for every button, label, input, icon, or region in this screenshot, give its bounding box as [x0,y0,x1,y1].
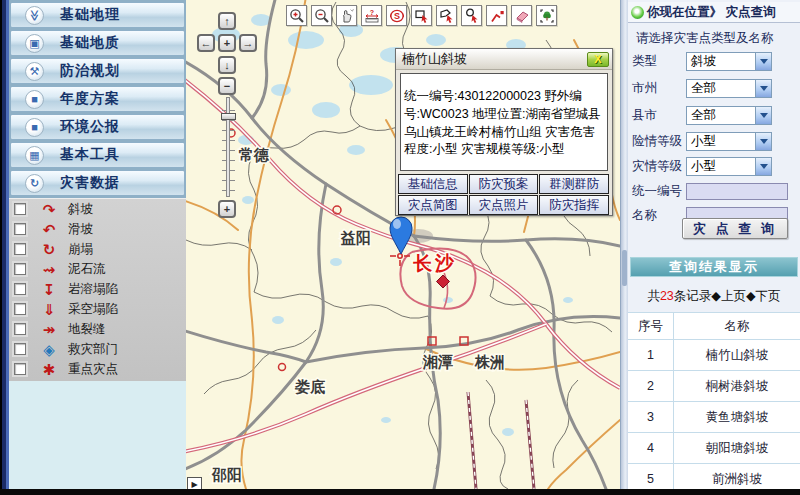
popup-title: 楠竹山斜坡 [402,50,467,68]
query-button[interactable]: 灾 点 查 询 [682,218,788,239]
disaster-level-label: 灾情等级 [632,158,686,175]
chevron-down-icon [755,80,771,97]
pan-down-button[interactable]: ↓ [218,56,236,74]
document-icon: ■ [25,118,44,137]
sidebar-item-environment-bulletin[interactable]: ■ 环境公报 [10,114,185,140]
layer-row-collapse[interactable]: ↻ 崩塌 [9,239,186,259]
city-label-xiangtan: 湘潭 [422,353,453,370]
layer-row-karst-collapse[interactable]: ↧ 岩溶塌陷 [9,279,186,299]
form-title: 请选择灾害点类型及名称 [636,30,774,47]
polygon-select-button[interactable] [436,5,457,26]
scale-icon: S [389,8,405,24]
prevention-command-button[interactable]: 防灾指挥 [539,195,609,215]
layer-list: ↷ 斜坡 ↶ 滑坡 ↻ 崩塌 ⇝ 泥石流 ↧ 岩溶塌陷 [9,198,186,381]
sidebar-item-disaster-data[interactable]: ↻ 灾害数据 [10,170,185,196]
city-label-zhuzhou: 株洲 [474,353,505,370]
sidebar-item-prevention-planning[interactable]: ⚒ 防治规划 [10,58,185,84]
close-icon[interactable]: X [587,52,609,67]
risk-level-label: 险情等级 [632,133,686,150]
map-canvas[interactable]: 常德 益阳 长沙 湘潭 株洲 娄底 邵阳 ? S [186,0,620,489]
monitor-icon: ▣ [25,34,44,53]
pan-right-button[interactable]: → [239,34,257,52]
table-row[interactable]: 2 桐树港斜坡 [628,370,800,401]
record-count: 23 [660,289,674,303]
mining-collapse-checkbox[interactable] [14,303,26,315]
collapse-checkbox[interactable] [14,243,26,255]
layer-row-debris-flow[interactable]: ⇝ 泥石流 [9,259,186,279]
eraser-button[interactable] [511,5,532,26]
left-sidebar: ≫ 基础地理 ▣ 基础地质 ⚒ 防治规划 ■ 年度方案 ■ 环境公报 ▦ 基本工… [0,0,186,489]
pan-center-button[interactable]: + [218,34,236,52]
unified-id-input[interactable] [686,183,788,200]
debris-flow-checkbox[interactable] [14,263,26,275]
breadcrumb: 你现在位置》 灾点查询 [628,2,800,23]
layer-row-key-disaster-points[interactable]: ✱ 重点灾点 [9,359,186,379]
disaster-level-select[interactable]: 小型 [686,157,772,176]
city-label-loudi: 娄底 [294,378,325,395]
diamond-icon: ◆ [746,289,756,303]
map-toolbar: ? S [286,5,561,26]
layer-row-mining-collapse[interactable]: ⇓ 采空塌陷 [9,299,186,319]
rect-select-button[interactable] [411,5,432,26]
type-select[interactable]: 斜坡 [686,52,772,71]
county-select[interactable]: 全部 [686,106,772,125]
layer-row-rescue-department[interactable]: ◈ 救灾部门 [9,339,186,359]
prevention-plan-button[interactable]: 防灾预案 [469,174,539,194]
polygon-select-icon [439,8,455,24]
circle-select-button[interactable] [461,5,482,26]
scale-button[interactable]: S [386,5,407,26]
circle-select-icon [464,8,480,24]
tools-icon: ⚒ [25,62,44,81]
legend-tree-button[interactable] [536,5,557,26]
karst-collapse-checkbox[interactable] [14,283,26,295]
key-disaster-points-checkbox[interactable] [14,363,26,375]
measure-button[interactable]: ? [361,5,382,26]
chevron-down-icon [755,133,771,150]
ground-fissure-checkbox[interactable] [14,323,26,335]
risk-level-select[interactable]: 小型 [686,132,772,151]
zoom-in-button[interactable] [286,5,307,26]
group-monitoring-button[interactable]: 群测群防 [539,174,609,194]
chevron-down-icon [755,107,771,124]
popup-title-bar[interactable]: 楠竹山斜坡 X [396,49,612,70]
sidebar-edge-strip [0,0,9,489]
slope-checkbox[interactable] [14,203,26,215]
pan-left-button[interactable]: ← [197,34,215,52]
table-row[interactable]: 4 朝阳塘斜坡 [628,432,800,463]
measure-icon: ? [364,8,380,24]
draw-line-button[interactable] [486,5,507,26]
zoom-minus-button[interactable]: − [218,77,236,95]
zoom-out-button[interactable] [311,5,332,26]
disaster-photo-button[interactable]: 灾点照片 [469,195,539,215]
table-row[interactable]: 1 楠竹山斜坡 [628,339,800,370]
pan-up-button[interactable]: ↑ [218,12,236,30]
collapse-panel-button[interactable]: ▶ [187,477,202,489]
basic-info-button[interactable]: 基础信息 [398,174,468,194]
table-row[interactable]: 3 黄鱼塘斜坡 [628,401,800,432]
landslide-icon: ↶ [36,222,62,237]
prev-page-link[interactable]: 上页 [721,289,746,303]
zoom-plus-button[interactable]: + [218,200,236,218]
disaster-sketch-button[interactable]: 灾点简图 [398,195,468,215]
record-count-line: 共23条记录◆上页◆下页 [628,288,800,305]
svg-text:S: S [393,11,399,21]
layer-row-ground-fissure[interactable]: ↠ 地裂缝 [9,319,186,339]
pan-hand-icon [339,8,355,24]
rescue-department-icon: ◈ [36,342,62,357]
layer-row-landslide[interactable]: ↶ 滑坡 [9,219,186,239]
legend-tree-icon [539,8,555,24]
zoom-slider[interactable] [222,97,235,197]
sidebar-item-basic-geology[interactable]: ▣ 基础地质 [10,30,185,56]
city-select[interactable]: 全部 [686,79,772,98]
next-page-link[interactable]: 下页 [756,289,781,303]
splitter-grip[interactable] [622,250,627,286]
pan-button[interactable] [336,5,357,26]
sidebar-item-annual-plan[interactable]: ■ 年度方案 [10,86,185,112]
sidebar-item-basic-geography[interactable]: ≫ 基础地理 [10,2,185,28]
sidebar-item-basic-tools[interactable]: ▦ 基本工具 [10,142,185,168]
zoom-slider-handle[interactable] [221,113,236,120]
panel-splitter[interactable] [620,0,628,489]
layer-row-slope[interactable]: ↷ 斜坡 [9,199,186,219]
rescue-department-checkbox[interactable] [14,343,26,355]
landslide-checkbox[interactable] [14,223,26,235]
